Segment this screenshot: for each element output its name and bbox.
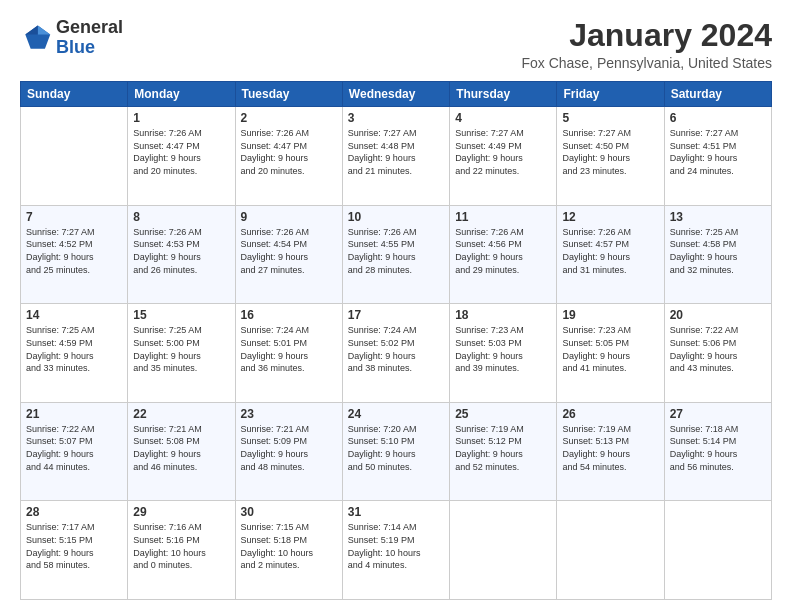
week-row-1: 1Sunrise: 7:26 AM Sunset: 4:47 PM Daylig…: [21, 107, 772, 206]
table-row: 2Sunrise: 7:26 AM Sunset: 4:47 PM Daylig…: [235, 107, 342, 206]
table-row: 18Sunrise: 7:23 AM Sunset: 5:03 PM Dayli…: [450, 304, 557, 403]
day-info: Sunrise: 7:26 AM Sunset: 4:57 PM Dayligh…: [562, 226, 658, 276]
col-sunday: Sunday: [21, 82, 128, 107]
day-info: Sunrise: 7:20 AM Sunset: 5:10 PM Dayligh…: [348, 423, 444, 473]
day-number: 17: [348, 308, 444, 322]
table-row: 28Sunrise: 7:17 AM Sunset: 5:15 PM Dayli…: [21, 501, 128, 600]
day-info: Sunrise: 7:26 AM Sunset: 4:47 PM Dayligh…: [241, 127, 337, 177]
week-row-2: 7Sunrise: 7:27 AM Sunset: 4:52 PM Daylig…: [21, 205, 772, 304]
day-info: Sunrise: 7:23 AM Sunset: 5:03 PM Dayligh…: [455, 324, 551, 374]
table-row: 11Sunrise: 7:26 AM Sunset: 4:56 PM Dayli…: [450, 205, 557, 304]
table-row: 14Sunrise: 7:25 AM Sunset: 4:59 PM Dayli…: [21, 304, 128, 403]
col-thursday: Thursday: [450, 82, 557, 107]
day-number: 13: [670, 210, 766, 224]
day-number: 23: [241, 407, 337, 421]
day-info: Sunrise: 7:23 AM Sunset: 5:05 PM Dayligh…: [562, 324, 658, 374]
day-info: Sunrise: 7:21 AM Sunset: 5:09 PM Dayligh…: [241, 423, 337, 473]
day-info: Sunrise: 7:24 AM Sunset: 5:02 PM Dayligh…: [348, 324, 444, 374]
day-info: Sunrise: 7:25 AM Sunset: 5:00 PM Dayligh…: [133, 324, 229, 374]
day-number: 30: [241, 505, 337, 519]
location: Fox Chase, Pennsylvania, United States: [521, 55, 772, 71]
day-number: 18: [455, 308, 551, 322]
day-info: Sunrise: 7:22 AM Sunset: 5:07 PM Dayligh…: [26, 423, 122, 473]
page: General Blue January 2024 Fox Chase, Pen…: [0, 0, 792, 612]
week-row-3: 14Sunrise: 7:25 AM Sunset: 4:59 PM Dayli…: [21, 304, 772, 403]
day-info: Sunrise: 7:14 AM Sunset: 5:19 PM Dayligh…: [348, 521, 444, 571]
table-row: 3Sunrise: 7:27 AM Sunset: 4:48 PM Daylig…: [342, 107, 449, 206]
logo-icon: [20, 22, 52, 54]
table-row: 29Sunrise: 7:16 AM Sunset: 5:16 PM Dayli…: [128, 501, 235, 600]
table-row: 5Sunrise: 7:27 AM Sunset: 4:50 PM Daylig…: [557, 107, 664, 206]
table-row: [450, 501, 557, 600]
day-info: Sunrise: 7:26 AM Sunset: 4:55 PM Dayligh…: [348, 226, 444, 276]
day-number: 15: [133, 308, 229, 322]
table-row: 6Sunrise: 7:27 AM Sunset: 4:51 PM Daylig…: [664, 107, 771, 206]
day-info: Sunrise: 7:22 AM Sunset: 5:06 PM Dayligh…: [670, 324, 766, 374]
day-info: Sunrise: 7:26 AM Sunset: 4:53 PM Dayligh…: [133, 226, 229, 276]
table-row: 9Sunrise: 7:26 AM Sunset: 4:54 PM Daylig…: [235, 205, 342, 304]
col-saturday: Saturday: [664, 82, 771, 107]
day-info: Sunrise: 7:26 AM Sunset: 4:56 PM Dayligh…: [455, 226, 551, 276]
col-tuesday: Tuesday: [235, 82, 342, 107]
day-number: 25: [455, 407, 551, 421]
header: General Blue January 2024 Fox Chase, Pen…: [20, 18, 772, 71]
day-info: Sunrise: 7:18 AM Sunset: 5:14 PM Dayligh…: [670, 423, 766, 473]
table-row: 16Sunrise: 7:24 AM Sunset: 5:01 PM Dayli…: [235, 304, 342, 403]
day-number: 2: [241, 111, 337, 125]
day-info: Sunrise: 7:26 AM Sunset: 4:47 PM Dayligh…: [133, 127, 229, 177]
day-number: 19: [562, 308, 658, 322]
day-number: 26: [562, 407, 658, 421]
day-number: 7: [26, 210, 122, 224]
table-row: 15Sunrise: 7:25 AM Sunset: 5:00 PM Dayli…: [128, 304, 235, 403]
table-row: 20Sunrise: 7:22 AM Sunset: 5:06 PM Dayli…: [664, 304, 771, 403]
col-wednesday: Wednesday: [342, 82, 449, 107]
day-number: 27: [670, 407, 766, 421]
week-row-5: 28Sunrise: 7:17 AM Sunset: 5:15 PM Dayli…: [21, 501, 772, 600]
col-friday: Friday: [557, 82, 664, 107]
logo-blue: Blue: [56, 37, 95, 57]
table-row: 1Sunrise: 7:26 AM Sunset: 4:47 PM Daylig…: [128, 107, 235, 206]
table-row: 23Sunrise: 7:21 AM Sunset: 5:09 PM Dayli…: [235, 402, 342, 501]
day-number: 28: [26, 505, 122, 519]
day-info: Sunrise: 7:27 AM Sunset: 4:48 PM Dayligh…: [348, 127, 444, 177]
day-number: 12: [562, 210, 658, 224]
col-monday: Monday: [128, 82, 235, 107]
table-row: 19Sunrise: 7:23 AM Sunset: 5:05 PM Dayli…: [557, 304, 664, 403]
day-number: 3: [348, 111, 444, 125]
day-number: 1: [133, 111, 229, 125]
month-title: January 2024: [521, 18, 772, 53]
svg-marker-1: [38, 25, 50, 34]
table-row: 27Sunrise: 7:18 AM Sunset: 5:14 PM Dayli…: [664, 402, 771, 501]
day-number: 11: [455, 210, 551, 224]
day-number: 8: [133, 210, 229, 224]
logo-general: General: [56, 18, 123, 38]
day-info: Sunrise: 7:27 AM Sunset: 4:51 PM Dayligh…: [670, 127, 766, 177]
day-info: Sunrise: 7:17 AM Sunset: 5:15 PM Dayligh…: [26, 521, 122, 571]
day-info: Sunrise: 7:27 AM Sunset: 4:52 PM Dayligh…: [26, 226, 122, 276]
table-row: 25Sunrise: 7:19 AM Sunset: 5:12 PM Dayli…: [450, 402, 557, 501]
day-number: 29: [133, 505, 229, 519]
table-row: 24Sunrise: 7:20 AM Sunset: 5:10 PM Dayli…: [342, 402, 449, 501]
day-info: Sunrise: 7:27 AM Sunset: 4:49 PM Dayligh…: [455, 127, 551, 177]
day-info: Sunrise: 7:27 AM Sunset: 4:50 PM Dayligh…: [562, 127, 658, 177]
table-row: 31Sunrise: 7:14 AM Sunset: 5:19 PM Dayli…: [342, 501, 449, 600]
day-number: 5: [562, 111, 658, 125]
table-row: [21, 107, 128, 206]
week-row-4: 21Sunrise: 7:22 AM Sunset: 5:07 PM Dayli…: [21, 402, 772, 501]
day-info: Sunrise: 7:19 AM Sunset: 5:12 PM Dayligh…: [455, 423, 551, 473]
day-number: 9: [241, 210, 337, 224]
table-row: 22Sunrise: 7:21 AM Sunset: 5:08 PM Dayli…: [128, 402, 235, 501]
logo-text: General Blue: [56, 18, 123, 58]
day-info: Sunrise: 7:25 AM Sunset: 4:59 PM Dayligh…: [26, 324, 122, 374]
day-number: 14: [26, 308, 122, 322]
table-row: 10Sunrise: 7:26 AM Sunset: 4:55 PM Dayli…: [342, 205, 449, 304]
table-row: [664, 501, 771, 600]
day-number: 4: [455, 111, 551, 125]
table-row: 7Sunrise: 7:27 AM Sunset: 4:52 PM Daylig…: [21, 205, 128, 304]
table-row: 26Sunrise: 7:19 AM Sunset: 5:13 PM Dayli…: [557, 402, 664, 501]
logo: General Blue: [20, 18, 123, 58]
table-row: 8Sunrise: 7:26 AM Sunset: 4:53 PM Daylig…: [128, 205, 235, 304]
table-row: 30Sunrise: 7:15 AM Sunset: 5:18 PM Dayli…: [235, 501, 342, 600]
day-number: 31: [348, 505, 444, 519]
day-info: Sunrise: 7:16 AM Sunset: 5:16 PM Dayligh…: [133, 521, 229, 571]
